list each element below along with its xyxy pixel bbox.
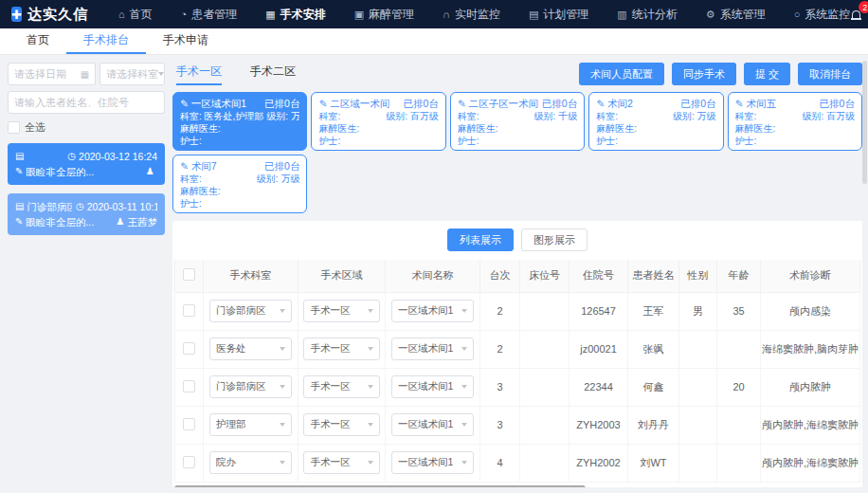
- chevron-down-icon: [461, 309, 467, 313]
- room-scheduled: 已排0台: [820, 98, 855, 110]
- room-dept-label: 科室:: [735, 111, 757, 121]
- room-name: 二区域一术间: [330, 98, 389, 110]
- room-level: 百万级: [410, 111, 439, 121]
- col-header-age: 年龄: [717, 260, 761, 292]
- list-view-button[interactable]: 列表展示: [447, 228, 514, 251]
- submit-button[interactable]: 提 交: [744, 63, 790, 85]
- room-nurse-label: 护士:: [596, 135, 618, 147]
- room-select[interactable]: 一区域术间1: [391, 413, 474, 436]
- room-select-value: 一区域术间1: [398, 380, 453, 393]
- room-select[interactable]: 一区域术间1: [391, 300, 474, 322]
- cell-admission: jz00021: [570, 330, 628, 368]
- dept-select[interactable]: 门诊部病区: [209, 300, 292, 322]
- room-card-5[interactable]: ✎术间五已排0台 科室: 级别: 百万级 麻醉医生: 护士:: [728, 92, 862, 151]
- tab-surgery-scheduling[interactable]: 手术排台: [66, 28, 146, 54]
- chevron-down-icon: [368, 385, 373, 389]
- header-checkbox[interactable]: [183, 268, 195, 281]
- notification-bell-button[interactable]: 2: [850, 8, 863, 21]
- dept-select[interactable]: 医务处: [209, 338, 292, 360]
- pencil-icon: ✎: [180, 98, 189, 110]
- room-card-4[interactable]: ✎术间2已排0台 科室: 级别: 万级 麻醉医生: 护士:: [588, 92, 723, 151]
- nav-item-system-monitor[interactable]: ○系统监控: [794, 7, 851, 23]
- row-checkbox[interactable]: [183, 304, 195, 317]
- dept-select[interactable]: 护理部: [209, 413, 292, 436]
- tab-surgery-application[interactable]: 手术申请: [146, 28, 226, 54]
- room-name: 术间五: [746, 98, 776, 110]
- region-select[interactable]: 手术一区: [303, 338, 379, 360]
- chevron-down-icon: [280, 385, 285, 389]
- patient-card-name: 王茜梦: [128, 214, 158, 229]
- tab-surgery-area-1[interactable]: 手术一区: [176, 64, 222, 85]
- vertical-scrollbar[interactable]: [862, 28, 868, 493]
- nav-item-patient-management[interactable]: ◔患者管理: [181, 7, 238, 23]
- pencil-icon: ✎: [318, 98, 327, 110]
- region-select[interactable]: 手术一区: [303, 413, 379, 436]
- pencil-icon: ✎: [180, 160, 189, 173]
- view-toggle: 列表展示 图形展示: [174, 228, 860, 251]
- row-checkbox[interactable]: [183, 456, 195, 468]
- row-checkbox[interactable]: [183, 380, 195, 393]
- room-card-6[interactable]: ✎术间7已排0台 科室: 级别: 万级 麻醉医生: 护士:: [172, 155, 307, 213]
- schedule-table: 手术科室 手术区域 术间名称 台次 床位号 住院号 患者姓名 性别 年龄 术前诊…: [174, 260, 860, 483]
- dept-select-value: 院办: [216, 456, 236, 469]
- nav-item-anesthesia-management[interactable]: ▣麻醉管理: [354, 7, 414, 23]
- cell-gender: [679, 330, 717, 368]
- vertical-scrollbar-thumb[interactable]: [862, 61, 867, 184]
- dept-select[interactable]: 门诊部病区: [209, 375, 292, 398]
- patient-search-input[interactable]: 请输入患者姓名、住院号: [8, 91, 165, 114]
- patient-card[interactable]: ▤ ◷2020-03-12 16:24 ✎眼睑非全层的... ♟: [8, 143, 165, 185]
- room-dept-label: 科室:: [180, 173, 202, 184]
- horizontal-scrollbar-thumb[interactable]: [174, 485, 586, 488]
- room-anesthetist-label: 麻醉医生:: [180, 122, 221, 135]
- tab-home[interactable]: 首页: [9, 28, 66, 54]
- room-select[interactable]: 一区域术间1: [391, 338, 474, 360]
- region-select[interactable]: 手术一区: [303, 375, 379, 398]
- date-picker-input[interactable]: 请选择日期 ▦: [8, 63, 96, 85]
- clock-icon: ◷: [76, 199, 84, 214]
- room-card-2[interactable]: ✎二区域一术间已排0台 科室: 级别: 百万级 麻醉医生: 护士:: [311, 92, 445, 151]
- system-monitor-icon: ○: [794, 9, 801, 20]
- room-scheduled: 已排0台: [264, 98, 299, 110]
- nav-item-system-management[interactable]: ⚙系统管理: [706, 7, 766, 23]
- room-select[interactable]: 一区域术间1: [391, 375, 474, 398]
- nav-item-home[interactable]: ⌂首页: [118, 7, 153, 23]
- cell-admission: ZYH2003: [570, 406, 628, 444]
- select-all-checkbox[interactable]: [8, 121, 20, 134]
- app-logo-icon: ✚: [11, 7, 22, 22]
- department-select[interactable]: 请选择科室: [99, 63, 165, 85]
- col-header-seq: 台次: [480, 260, 520, 292]
- room-card-3[interactable]: ✎二区子区一术间已排0台 科室: 级别: 千级 麻醉医生: 护士:: [450, 92, 585, 151]
- room-card-1[interactable]: ✎一区域术间1已排0台 科室: 医务处,护理部级别: 万级 麻醉医生: 护士:: [172, 92, 307, 151]
- col-header-patient: 患者姓名: [628, 260, 679, 292]
- chart-view-button[interactable]: 图形展示: [521, 228, 588, 251]
- tab-surgery-area-2[interactable]: 手术二区: [250, 64, 296, 85]
- patient-card[interactable]: ▤门诊部病区 ◷2020-03-11 10:11 ✎眼睑非全层的... ♟王茜梦: [8, 193, 165, 235]
- pencil-icon: ✎: [15, 214, 23, 229]
- dept-select-value: 门诊部病区: [216, 380, 266, 393]
- dept-placeholder: 请选择科室: [106, 67, 158, 82]
- room-select[interactable]: 一区域术间1: [391, 451, 474, 474]
- nav-item-statistics[interactable]: ▥统计分析: [617, 7, 677, 23]
- nav-item-plan-management[interactable]: ▤计划管理: [529, 7, 588, 23]
- cancel-schedule-button[interactable]: 取消排台: [798, 63, 862, 85]
- tab-label: 首页: [27, 32, 49, 48]
- building-icon: ▤: [15, 199, 24, 214]
- col-header-dept: 手术科室: [204, 260, 298, 292]
- nav-item-surgery-arrangement[interactable]: ▦手术安排: [265, 7, 325, 23]
- dept-select[interactable]: 院办: [209, 451, 292, 474]
- cell-gender: [679, 444, 717, 482]
- bell-icon: [852, 10, 860, 18]
- row-checkbox[interactable]: [183, 342, 195, 355]
- nav-label: 计划管理: [543, 7, 588, 23]
- nav-item-realtime-monitor[interactable]: ∩实时监控: [443, 7, 500, 23]
- room-scheduled: 已排0台: [680, 98, 715, 110]
- chevron-down-icon: [368, 347, 373, 351]
- cell-admission: ZYH2002: [570, 444, 628, 482]
- sync-surgery-button[interactable]: 同步手术: [672, 63, 736, 85]
- row-checkbox[interactable]: [183, 418, 195, 430]
- region-select[interactable]: 手术一区: [303, 300, 379, 322]
- chevron-down-icon: [280, 309, 285, 313]
- room-staff-config-button[interactable]: 术间人员配置: [579, 63, 664, 85]
- anesthesia-icon: ▣: [354, 9, 364, 21]
- region-select[interactable]: 手术一区: [303, 451, 379, 474]
